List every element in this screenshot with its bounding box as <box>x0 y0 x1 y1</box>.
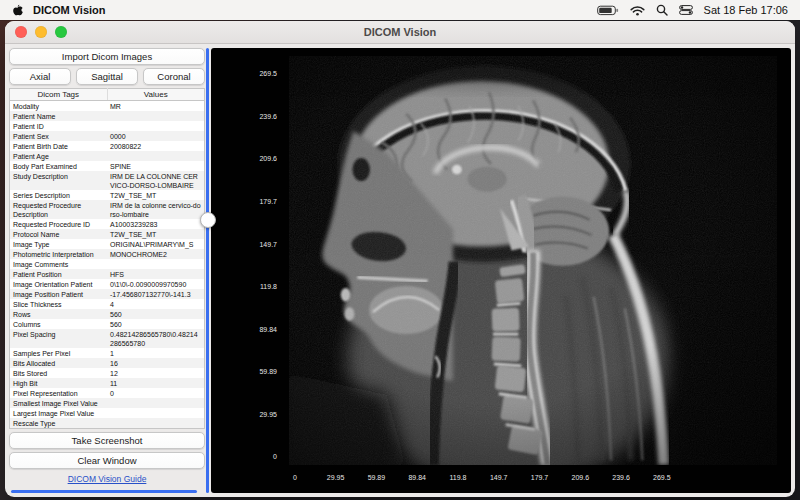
dicom-tag: Patient Position <box>10 269 108 279</box>
dicom-tag: Pixel Spacing <box>10 329 108 348</box>
table-row: Slice Thickness4 <box>10 299 205 309</box>
dicom-tag: Patient Birth Date <box>10 141 108 151</box>
dicom-value: 20080822 <box>107 141 205 151</box>
splitter[interactable] <box>206 48 209 493</box>
y-tick-label: 239.6 <box>259 112 277 119</box>
table-row: Requested Procedure DescriptionIRM de la… <box>10 200 205 219</box>
table-row: Patient Birth Date20080822 <box>10 141 205 151</box>
dicom-vision-guide-link[interactable]: DICOM Vision Guide <box>9 474 205 484</box>
dicom-value: 0 <box>107 388 205 398</box>
dicom-tag: Patient ID <box>10 121 108 131</box>
plot-area <box>289 56 777 465</box>
dicom-tag: Pixel Representation <box>10 388 108 398</box>
wifi-icon[interactable] <box>630 5 645 16</box>
dicom-value: 560 <box>107 319 205 329</box>
window-content: Import Dicom Images Axial Sagittal Coron… <box>5 44 795 497</box>
x-axis: 029.9559.8989.84119.8149.7179.7209.6239.… <box>289 474 777 484</box>
x-tick-label: 269.5 <box>653 474 671 481</box>
dicom-tag: Image Type <box>10 239 108 249</box>
title-bar[interactable]: DICOM Vision <box>5 21 795 44</box>
table-row: Study DescriptionIRM DE LA COLONNE CERVI… <box>10 171 205 190</box>
y-tick-label: 179.7 <box>259 197 277 204</box>
dicom-tag: Series Description <box>10 190 108 200</box>
table-row: Patient Name <box>10 111 205 121</box>
dicom-value: MR <box>107 101 205 112</box>
dicom-value: IRM DE LA COLONNE CERVICO-DORSO-LOMBAIRE <box>107 171 205 190</box>
sidebar: Import Dicom Images Axial Sagittal Coron… <box>9 48 205 493</box>
dicom-tag: Rescale Type <box>10 418 108 429</box>
app-window: DICOM Vision Import Dicom Images Axial S… <box>5 21 795 497</box>
dicom-value: MONOCHROME2 <box>107 249 205 259</box>
dicom-value <box>107 121 205 131</box>
dicom-value: 1 <box>107 348 205 358</box>
dicom-value <box>107 259 205 269</box>
dicom-tag: Samples Per Pixel <box>10 348 108 358</box>
col-header-tags: Dicom Tags <box>10 89 108 101</box>
table-row: Series DescriptionT2W_TSE_MT <box>10 190 205 200</box>
dicom-value: T2W_TSE_MT <box>107 190 205 200</box>
y-tick-label: 269.5 <box>259 70 277 77</box>
dicom-tag: Rows <box>10 309 108 319</box>
dicom-value: T2W_TSE_MT <box>107 229 205 239</box>
x-tick-label: 119.8 <box>449 474 466 481</box>
x-tick-label: 59.89 <box>368 474 386 481</box>
dicom-value: A10003239283 <box>107 219 205 229</box>
dicom-tag: Protocol Name <box>10 229 108 239</box>
dicom-tag: Patient Name <box>10 111 108 121</box>
control-center-icon[interactable] <box>679 5 693 15</box>
dicom-tag: Requested Procedure Description <box>10 200 108 219</box>
table-row: Patient ID <box>10 121 205 131</box>
menu-app-name[interactable]: DICOM Vision <box>33 4 106 16</box>
dicom-value: 0000 <box>107 131 205 141</box>
table-row: Largest Image Pixel Value <box>10 408 205 418</box>
table-row: Protocol NameT2W_TSE_MT <box>10 229 205 239</box>
sagittal-button[interactable]: Sagittal <box>76 68 138 85</box>
splitter-handle[interactable] <box>200 212 216 228</box>
dicom-value: ORIGINAL\PRIMARY\M_S <box>107 239 205 249</box>
take-screenshot-button[interactable]: Take Screenshot <box>9 432 205 449</box>
dicom-tag: High Bit <box>10 378 108 388</box>
x-tick-label: 0 <box>293 474 297 481</box>
dicom-tag: Image Comments <box>10 259 108 269</box>
dicom-value: 12 <box>107 368 205 378</box>
dicom-tags-table: Dicom Tags Values ModalityMRPatient Name… <box>9 88 205 429</box>
menu-clock[interactable]: Sat 18 Feb 17:06 <box>704 4 788 16</box>
dicom-tag: Image Orientation Patient <box>10 279 108 289</box>
dicom-tag: Columns <box>10 319 108 329</box>
dicom-tag: Slice Thickness <box>10 299 108 309</box>
table-row: Body Part ExaminedSPINE <box>10 161 205 171</box>
menu-bar: DICOM Vision <box>0 0 800 20</box>
table-row: Pixel Spacing0.48214286565780\0.48214286… <box>10 329 205 348</box>
y-tick-label: 119.8 <box>260 283 277 290</box>
dicom-tag: Body Part Examined <box>10 161 108 171</box>
dicom-value: 0\1\0\-0.0090009970590 <box>107 279 205 289</box>
dicom-tag: Study Description <box>10 171 108 190</box>
search-icon[interactable] <box>656 4 668 16</box>
clear-window-button[interactable]: Clear Window <box>9 452 205 469</box>
table-row: Rescale Type <box>10 418 205 429</box>
y-tick-label: 149.7 <box>259 240 277 247</box>
dicom-value: 0.48214286565780\0.48214286565780 <box>107 329 205 348</box>
import-dicom-button[interactable]: Import Dicom Images <box>9 48 205 65</box>
dicom-value: HFS <box>107 269 205 279</box>
dicom-tag: Modality <box>10 101 108 112</box>
dicom-value <box>107 151 205 161</box>
mri-image[interactable] <box>289 56 777 465</box>
axial-button[interactable]: Axial <box>9 68 71 85</box>
dicom-value: 11 <box>107 378 205 388</box>
battery-icon[interactable] <box>597 5 619 16</box>
dicom-table-body: ModalityMRPatient NamePatient IDPatient … <box>10 101 205 429</box>
table-row: Rows560 <box>10 309 205 319</box>
apple-icon[interactable] <box>12 4 23 17</box>
x-tick-label: 179.7 <box>531 474 549 481</box>
y-tick-label: 59.89 <box>259 368 277 375</box>
table-row: Pixel Representation0 <box>10 388 205 398</box>
window-title: DICOM Vision <box>5 21 795 43</box>
dicom-value: SPINE <box>107 161 205 171</box>
dicom-value <box>107 111 205 121</box>
coronal-button[interactable]: Coronal <box>143 68 205 85</box>
dicom-tag: Largest Image Pixel Value <box>10 408 108 418</box>
progress-bar <box>11 490 197 493</box>
table-row: Photometric InterpretationMONOCHROME2 <box>10 249 205 259</box>
dicom-value: -17.456807132770\-141.3 <box>107 289 205 299</box>
